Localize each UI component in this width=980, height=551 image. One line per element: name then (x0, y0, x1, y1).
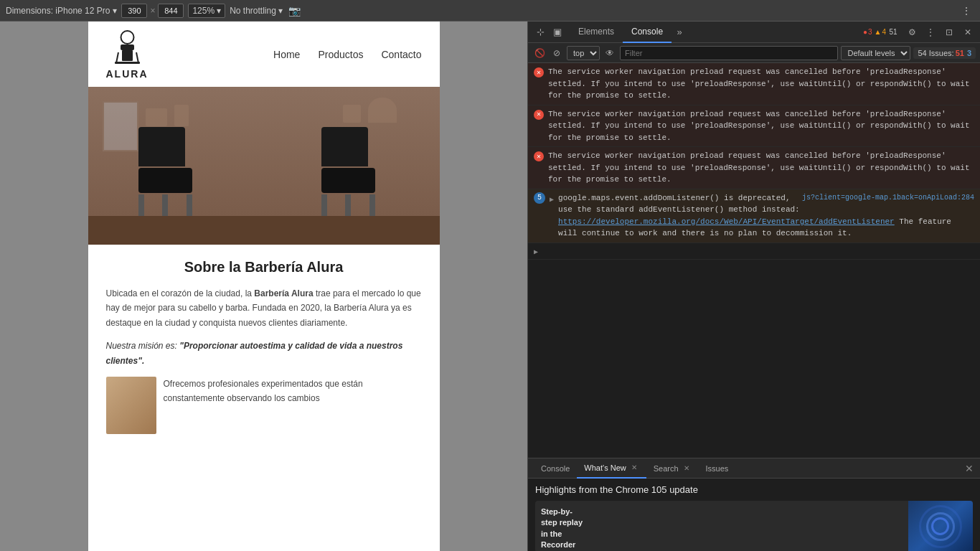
devtools-ellipsis-icon[interactable]: ⋮ (923, 24, 938, 40)
warn-link[interactable]: https://developer.mozilla.org/docs/Web/A… (558, 217, 895, 226)
devtools-close-icon[interactable]: ✕ (960, 24, 976, 40)
device-frame[interactable]: ALURA Home Productos Contacto (88, 22, 440, 551)
console-level-select[interactable]: Default levels (841, 46, 910, 60)
browser-preview: ALURA Home Productos Contacto (0, 22, 527, 551)
devtools-badge-count[interactable]: 51 (885, 24, 901, 40)
more-options-button[interactable]: ⋮ (958, 3, 974, 19)
whats-new-card-image (908, 501, 973, 551)
tab-more-button[interactable]: » (672, 24, 687, 40)
devtools-badge-errors[interactable]: ● 3 ▲ 4 (867, 24, 882, 40)
whats-new-card[interactable]: Step-by- step replay in the Recorder (535, 501, 973, 551)
console-msg-text-2: The service worker navigation preload re… (548, 108, 974, 144)
console-output[interactable]: ✕ The service worker navigation preload … (528, 63, 980, 458)
warn-source[interactable]: js?client=google-map.1back=onApiLoad:284 (802, 192, 974, 203)
bottom-tab-whats-new[interactable]: What's New ✕ (577, 458, 646, 479)
error-icon-2: ✕ (534, 110, 544, 120)
expand-arrow[interactable]: ▶ (550, 194, 554, 205)
svg-line-4 (136, 52, 138, 63)
site-nav-links: Home Productos Contacto (273, 49, 421, 60)
error-icon-3: ✕ (534, 151, 544, 161)
main-area: ALURA Home Productos Contacto (0, 22, 980, 551)
devtools-inspect-icon[interactable]: ⊹ (532, 24, 548, 40)
zoom-value: 125% (192, 6, 215, 16)
console-issues-count[interactable]: 54 Issues: 51 3 (913, 47, 976, 59)
site-hero-image (88, 87, 440, 245)
barber-thumb-image (106, 377, 156, 434)
device-label: Dimensions: iPhone 12 Pro (6, 6, 110, 16)
throttle-chevron-icon: ▾ (278, 6, 283, 16)
barber-shop-visual (88, 87, 440, 245)
zoom-selector[interactable]: 125% ▾ (188, 4, 225, 18)
bottom-panel-close-button[interactable]: ✕ (961, 461, 977, 476)
issues-blue-count: 3 (967, 49, 971, 57)
device-selector[interactable]: Dimensions: iPhone 12 Pro ▾ (6, 6, 117, 16)
bottom-tab-issues-label: Issues (706, 464, 729, 473)
devtools-panel: ⊹ ▣ Elements Console » ● 3 ▲ 4 51 (527, 22, 980, 551)
height-input[interactable] (158, 4, 184, 18)
throttle-selector[interactable]: No throttling ▾ (230, 6, 283, 16)
mission-paragraph: Nuestra misión es: "Proporcionar autoest… (106, 339, 422, 368)
tab-elements[interactable]: Elements (570, 22, 623, 43)
bottom-panel: Console What's New ✕ Search ✕ Issues ✕ H… (528, 458, 980, 551)
whats-new-tab-close-icon[interactable]: ✕ (629, 463, 639, 473)
about-paragraph: Ubicada en el corazón de la ciudad, la B… (106, 286, 422, 330)
console-message-4: 5 ▶ js?client=google-map.1back=onApiLoad… (528, 189, 980, 243)
devtools-tab-actions: ● 3 ▲ 4 51 ⚙ ⋮ ⊡ ✕ (867, 24, 980, 40)
devtools-gear-icon[interactable]: ⚙ (904, 24, 920, 40)
card-line1: Step-by- (541, 507, 573, 516)
console-msg-text-4: js?client=google-map.1back=onApiLoad:284… (558, 192, 974, 240)
para2: Ofrecemos profesionales experimentados q… (164, 377, 422, 406)
console-clear-button[interactable]: 🚫 (532, 46, 547, 60)
bottom-tab-console[interactable]: Console (534, 458, 577, 479)
site-content: Sobre la Barbería Alura Ubicada en el co… (88, 245, 440, 448)
svg-rect-2 (122, 50, 133, 61)
console-filter-button[interactable]: ⊘ (550, 46, 564, 60)
search-tab-close-icon[interactable]: ✕ (682, 463, 692, 474)
site-nav: ALURA Home Productos Contacto (88, 22, 440, 87)
site-logo-text: ALURA (106, 68, 149, 80)
console-message-2: ✕ The service worker navigation preload … (528, 105, 980, 148)
throttle-value: No throttling (230, 6, 276, 16)
bottom-tab-search[interactable]: Search ✕ (646, 458, 699, 479)
capture-screenshot-button[interactable]: 📷 (287, 3, 303, 19)
logo-icon (108, 29, 147, 68)
issues-red-count: 51 (956, 49, 964, 57)
console-eye-icon[interactable]: 👁 (603, 46, 617, 60)
dims-separator: × (150, 6, 155, 16)
bottom-tab-whats-new-label: What's New (584, 463, 626, 472)
bottom-panel-content: Highlights from the Chrome 105 update St… (528, 479, 980, 551)
whats-new-card-label: Step-by- step replay in the Recorder (541, 507, 895, 551)
whats-new-title: Highlights from the Chrome 105 update (535, 484, 973, 495)
nav-link-home[interactable]: Home (273, 49, 300, 60)
console-expand-row: ▶ (528, 243, 980, 260)
svg-rect-5 (115, 62, 140, 64)
bottom-tab-console-label: Console (541, 464, 570, 473)
card-line2: step replay (541, 518, 583, 527)
dimensions-input-group: × (121, 4, 184, 18)
site-logo: ALURA (106, 29, 149, 80)
devtools-device-icon[interactable]: ▣ (550, 24, 565, 40)
console-message-1: ✕ The service worker navigation preload … (528, 63, 980, 105)
nav-link-contacto[interactable]: Contacto (381, 49, 421, 60)
expand-arrow-2[interactable]: ▶ (534, 247, 538, 258)
console-msg-text-3: The service worker navigation preload re… (548, 150, 974, 186)
console-filter-input[interactable] (620, 46, 838, 60)
console-message-3: ✕ The service worker navigation preload … (528, 147, 980, 189)
console-context-select[interactable]: top (567, 46, 600, 60)
error-icon-1: ✕ (534, 67, 544, 77)
console-toolbar: 🚫 ⊘ top 👁 Default levels 54 Issues: 51 3 (528, 43, 980, 63)
whats-new-card-text: Step-by- step replay in the Recorder (535, 501, 901, 551)
device-chevron-icon: ▾ (113, 6, 117, 16)
section-title: Sobre la Barbería Alura (106, 259, 422, 276)
devtools-dock-icon[interactable]: ⊡ (941, 24, 957, 40)
devtools-tabs-bar: ⊹ ▣ Elements Console » ● 3 ▲ 4 51 (528, 22, 980, 43)
tab-console[interactable]: Console (623, 22, 672, 43)
zoom-chevron-icon: ▾ (217, 6, 221, 16)
para1-bold: Barbería Alura (254, 288, 313, 298)
warn-count: 5 (534, 192, 545, 204)
nav-link-productos[interactable]: Productos (318, 49, 363, 60)
issues-label: 54 Issues: (918, 49, 953, 57)
width-input[interactable] (121, 4, 147, 18)
bottom-tab-issues[interactable]: Issues (699, 458, 736, 479)
bottom-section: Ofrecemos profesionales experimentados q… (106, 377, 422, 434)
